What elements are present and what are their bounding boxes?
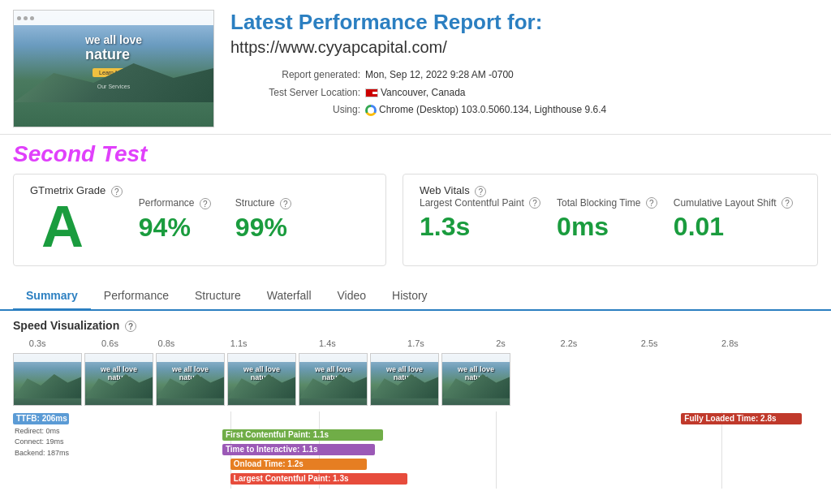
thumb-services: Our Services [97, 84, 130, 89]
lcp-vital: Largest Contentful Paint ? 1.3s [420, 197, 540, 243]
tab-history[interactable]: History [379, 282, 441, 311]
header-section: we all lovenature Learn More Our Service… [0, 0, 831, 135]
second-test-label: Second Test [0, 135, 831, 170]
report-meta: Report generated: Mon, Sep 12, 2022 9:28… [230, 67, 818, 119]
performance-value: 94% [139, 213, 191, 243]
grade-metrics: Performance ? 94% Structure ? 99% [139, 197, 291, 243]
cls-help-icon[interactable]: ? [781, 197, 793, 209]
report-url: https://www.cyyapcapital.com/ [230, 38, 818, 57]
tab-structure[interactable]: Structure [182, 282, 254, 311]
cls-label: Cumulative Layout Shift ? [674, 197, 793, 209]
tti-bar: Time to Interactive: 1.1s [222, 444, 375, 455]
cls-value: 0.01 [674, 212, 793, 242]
bars-container: TTFB: 206ms First Contentful Paint: 1.1s… [13, 411, 818, 489]
performance-label: Performance ? [139, 197, 211, 209]
filmstrip: we all lovenature we all lovenature we a… [13, 353, 818, 408]
fully-loaded-bar: Fully Loaded Time: 2.8s [681, 413, 802, 424]
gtmetrix-help-icon[interactable]: ? [111, 186, 123, 197]
ruler-mark-2: 0.8s [158, 338, 175, 348]
filmstrip-frame-3: we all lovenature [156, 353, 225, 406]
using-value: Chrome (Desktop) 103.0.5060.134, Lightho… [379, 101, 606, 119]
cls-vital: Cumulative Layout Shift ? 0.01 [674, 197, 793, 243]
filmstrip-frame-6: we all lovenature [370, 353, 439, 406]
tbt-help-icon[interactable]: ? [646, 197, 657, 209]
ruler: 0.3s 0.6s 0.8s 1.1s 1.4s 1.7s 2s 2.2s 2.… [13, 338, 818, 351]
structure-metric: Structure ? 99% [235, 197, 291, 243]
canada-flag-icon [365, 88, 378, 97]
ruler-mark-5: 1.7s [407, 338, 424, 348]
fcp-bar: First Contentful Paint: 1.1s [222, 429, 383, 441]
tab-performance[interactable]: Performance [91, 282, 182, 311]
webvitals-title: Web Vitals ? [420, 184, 801, 197]
ruler-mark-3: 1.1s [230, 338, 248, 348]
connect-label: Connect: 19ms [15, 437, 69, 448]
backend-label: Backend: 187ms [15, 448, 69, 459]
ruler-mark-0: 0.3s [29, 338, 46, 348]
structure-value: 99% [235, 213, 287, 243]
filmstrip-frame-5: we all lovenature [299, 353, 368, 406]
performance-metric: Performance ? 94% [139, 197, 211, 243]
speed-title: Speed Visualization ? [13, 319, 818, 332]
speed-section: Speed Visualization ? 0.3s 0.6s 0.8s 1.1… [0, 311, 831, 497]
webvitals-box: Web Vitals ? Largest Contentful Paint ? … [403, 174, 818, 266]
ttfb-bar: TTFB: 206ms [13, 413, 69, 424]
ruler-mark-6: 2s [496, 338, 506, 348]
ruler-mark-9: 2.8s [721, 338, 738, 348]
report-title: Latest Performance Report for: [230, 10, 818, 35]
grades-section: GTmetrix Grade ? A Performance ? 94% Str… [0, 170, 831, 279]
performance-help-icon[interactable]: ? [200, 198, 211, 209]
lcp-help-icon[interactable]: ? [529, 197, 540, 209]
filmstrip-frame-1 [13, 353, 82, 406]
tab-video[interactable]: Video [325, 282, 380, 311]
filmstrip-frame-7: we all lovenature [441, 353, 510, 406]
thumb-title: we all lovenature [85, 33, 142, 63]
tabs-section: Summary Performance Structure Waterfall … [0, 282, 831, 311]
structure-help-icon[interactable]: ? [280, 198, 291, 209]
using-label: Using: [230, 101, 360, 119]
onload-bar: Onload Time: 1.2s [230, 459, 368, 470]
chrome-icon [365, 105, 377, 116]
lcp-bar: Largest Contentful Paint: 1.3s [230, 473, 407, 485]
grade-letter: A [30, 197, 95, 256]
ruler-mark-1: 0.6s [101, 338, 118, 348]
ruler-mark-4: 1.4s [319, 338, 336, 348]
filmstrip-frame-2: we all lovenature [84, 353, 153, 406]
tab-waterfall[interactable]: Waterfall [254, 282, 325, 311]
structure-label: Structure ? [235, 197, 291, 209]
generated-label: Report generated: [230, 67, 360, 84]
generated-value: Mon, Sep 12, 2022 9:28 AM -0700 [365, 67, 514, 84]
tab-summary[interactable]: Summary [13, 282, 91, 311]
filmstrip-frame-4: we all lovenature [227, 353, 296, 406]
ruler-mark-7: 2.2s [561, 338, 578, 348]
ttfb-annotations: Redirect: 0ms Connect: 19ms Backend: 187… [15, 426, 69, 459]
tbt-vital: Total Blocking Time ? 0ms [557, 197, 657, 243]
gtmetrix-box: GTmetrix Grade ? A Performance ? 94% Str… [13, 174, 386, 266]
lcp-label: Largest Contentful Paint ? [420, 197, 540, 209]
speed-help-icon[interactable]: ? [125, 321, 136, 332]
tbt-value: 0ms [557, 212, 657, 242]
webvitals-help-icon[interactable]: ? [475, 186, 486, 197]
redirect-label: Redirect: 0ms [15, 426, 69, 437]
server-value: Vancouver, Canada [381, 84, 466, 102]
ruler-mark-8: 2.5s [641, 338, 658, 348]
lcp-value: 1.3s [420, 212, 540, 242]
report-info: Latest Performance Report for: https://w… [230, 10, 818, 119]
vitals-metrics: Largest Contentful Paint ? 1.3s Total Bl… [420, 197, 801, 243]
server-label: Test Server Location: [230, 84, 360, 102]
site-thumbnail: we all lovenature Learn More Our Service… [13, 10, 214, 127]
tbt-label: Total Blocking Time ? [557, 197, 657, 209]
